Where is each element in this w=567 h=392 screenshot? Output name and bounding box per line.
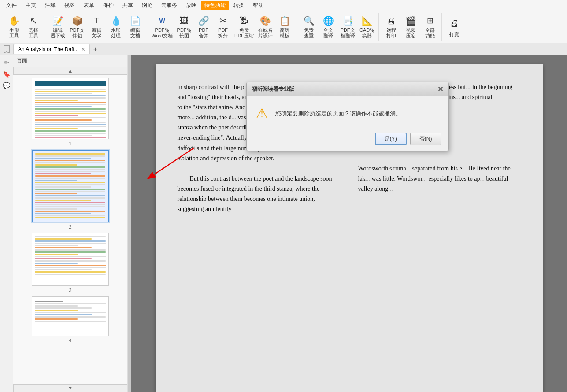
pdf-package-label: PDF文件包 (70, 27, 85, 39)
pages-panel-title: 页面 (13, 55, 127, 67)
dialog-close-button[interactable]: ✕ (437, 85, 443, 93)
all-features-button[interactable]: ⊞ 全部功能 (420, 15, 440, 40)
all-features-icon: ⊞ (423, 15, 437, 27)
video-compress-icon: 🎬 (404, 15, 418, 27)
scroll-down-button[interactable]: ▼ (13, 384, 127, 392)
watermark-button[interactable]: 💧 水印处理 (106, 15, 126, 40)
edit-doc-label: 编辑文档 (130, 27, 140, 39)
edit-text-label: 编辑文字 (92, 27, 101, 39)
remote-print-button[interactable]: 🖨 远程打印 (382, 15, 401, 40)
cad-convert-button[interactable]: 📐 CAD转换器 (357, 15, 377, 40)
menu-form[interactable]: 表单 (79, 0, 99, 11)
scroll-up-button[interactable]: ▲ (13, 67, 127, 75)
editor-download-button[interactable]: 📝 编辑器下载 (48, 15, 67, 40)
dialog-message-text: 您确定要删除所选定的页面？该操作不能被撤消。 (275, 110, 440, 118)
page-thumb-3: 3 (16, 233, 125, 293)
toolbar-group-convert: W PDF转Word文档 🖼 PDF转长图 🔗 PDF合并 ✂ PDF拆分 🗜 … (148, 13, 296, 41)
menu-cloud[interactable]: 云服务 (157, 0, 182, 11)
pdf-merge-button[interactable]: 🔗 PDF合并 (194, 15, 213, 40)
pdf-package-icon: 📦 (70, 15, 84, 27)
tab-bar: An Analysis on The Daff... × + (0, 43, 567, 55)
dialog-yes-button[interactable]: 是(Y) (375, 133, 407, 145)
pdf-compress-icon: 🗜 (237, 15, 251, 27)
menu-share[interactable]: 共享 (118, 0, 137, 11)
template-label: 简历模板 (280, 27, 289, 39)
toolbar-group-edit: 📝 编辑器下载 📦 PDF文件包 T 编辑文字 💧 水印处理 📄 编辑文档 (46, 13, 147, 41)
menu-view[interactable]: 视图 (60, 0, 79, 11)
pdf-compress-label: 免费PDF压缩 (234, 27, 254, 39)
pdf-to-word-button[interactable]: W PDF转Word文档 (150, 15, 174, 40)
toolbar-group-ai: 🔍 免费查重 🌐 全文翻译 📑 PDF文档翻译 📐 CAD转换器 (297, 13, 379, 41)
pdf-viewer: in sharp contrast with the poet's loneli… (128, 55, 567, 392)
tab-label: An Analysis on The Daff... (18, 46, 79, 52)
pdf-to-img-label: PDF转长图 (177, 27, 192, 39)
pages-list: 1 (13, 75, 127, 384)
sidebar-icon-strip: ✏ 🔖 💬 (0, 55, 13, 392)
page-3-image[interactable] (32, 233, 109, 286)
pdf-to-img-button[interactable]: 🖼 PDF转长图 (174, 15, 194, 40)
video-compress-label: 视频压缩 (406, 27, 415, 39)
add-tab-button[interactable]: + (90, 44, 101, 55)
print-label: 打宽 (449, 32, 459, 37)
pdf-split-button[interactable]: ✂ PDF拆分 (213, 15, 233, 40)
menu-convert[interactable]: 转换 (229, 0, 248, 11)
bookmark-sidebar-icon[interactable]: 🔖 (3, 70, 10, 78)
toolbar-group-output: 🖨 远程打印 🎬 视频压缩 ⊞ 全部功能 (380, 13, 442, 41)
menu-annotate[interactable]: 注释 (41, 0, 60, 11)
page-thumb-4: 4 (16, 296, 125, 343)
menu-protect[interactable]: 保护 (99, 0, 118, 11)
free-query-button[interactable]: 🔍 免费查重 (299, 15, 319, 40)
hand-icon: ✋ (7, 15, 21, 27)
watermark-label: 水印处理 (111, 27, 121, 39)
pdf-to-img-icon: 🖼 (177, 15, 191, 27)
template-icon: 📋 (278, 15, 292, 27)
select-tool-button[interactable]: ↖ 选择工具 (24, 15, 43, 40)
menu-browse[interactable]: 浏览 (137, 0, 157, 11)
comment-icon[interactable]: 💬 (3, 82, 10, 89)
page-1-image[interactable] (32, 78, 109, 139)
free-query-label: 免费查重 (304, 27, 314, 39)
menu-special[interactable]: 特色功能 (201, 1, 229, 10)
full-translate-button[interactable]: 🌐 全文翻译 (319, 15, 338, 40)
template-button[interactable]: 📋 简历模板 (275, 15, 294, 40)
page-4-image[interactable] (32, 296, 109, 336)
online-design-button[interactable]: 🎨 在线名片设计 (256, 15, 275, 40)
full-translate-label: 全文翻译 (323, 27, 333, 39)
cad-convert-icon: 📐 (360, 15, 374, 27)
editor-download-label: 编辑器下载 (51, 27, 65, 39)
warning-icon: ⚠ (256, 105, 268, 122)
pdf-package-button[interactable]: 📦 PDF文件包 (67, 15, 87, 40)
edit-text-icon: T (89, 15, 104, 27)
pdf-compress-button[interactable]: 🗜 免费PDF压缩 (233, 15, 256, 40)
menu-bar: 文件 主页 注释 视图 表单 保护 共享 浏览 云服务 放映 特色功能 转换 帮… (0, 0, 567, 11)
dialog-title-bar: 福昕阅读器专业版 ✕ (247, 82, 448, 96)
pdf-ocr-icon: 📑 (341, 15, 355, 27)
page-2-image[interactable] (32, 150, 109, 222)
page-2-label: 2 (69, 224, 71, 229)
print-button[interactable]: 🖨 打宽 (445, 15, 464, 40)
tab-close-button[interactable]: × (82, 46, 85, 53)
page-thumb-2: 2 (16, 150, 125, 229)
menu-help[interactable]: 帮助 (248, 0, 268, 11)
sidebar-container: ✏ 🔖 💬 页面 ▲ (0, 55, 128, 392)
video-compress-button[interactable]: 🎬 视频压缩 (401, 15, 420, 40)
hand-tool-button[interactable]: ✋ 手形工具 (4, 15, 24, 40)
dialog-footer: 是(Y) 否(N) (247, 129, 448, 151)
full-translate-icon: 🌐 (321, 15, 335, 27)
dialog-no-button[interactable]: 否(N) (410, 133, 441, 145)
main-layout: ✏ 🔖 💬 页面 ▲ (0, 55, 567, 392)
remote-print-label: 远程打印 (386, 27, 396, 39)
dialog-title: 福昕阅读器专业版 (252, 85, 294, 93)
menu-file[interactable]: 文件 (2, 0, 21, 11)
edit-doc-icon: 📄 (128, 15, 142, 27)
edit-doc-button[interactable]: 📄 编辑文档 (126, 15, 145, 40)
pdf-ocr-button[interactable]: 📑 PDF文档翻译 (338, 15, 357, 40)
edit-text-button[interactable]: T 编辑文字 (87, 15, 106, 40)
toolbar: ✋ 手形工具 ↖ 选择工具 📝 编辑器下载 📦 PDF文件包 T 编辑文字 💧 … (0, 11, 567, 43)
tab-document[interactable]: An Analysis on The Daff... × (13, 44, 90, 54)
pdf-to-word-label: PDF转Word文档 (152, 27, 173, 39)
menu-slideshow[interactable]: 放映 (182, 0, 201, 11)
pdf-merge-label: PDF合并 (199, 27, 208, 39)
menu-home[interactable]: 主页 (21, 0, 41, 11)
pencil-icon[interactable]: ✏ (4, 59, 9, 66)
